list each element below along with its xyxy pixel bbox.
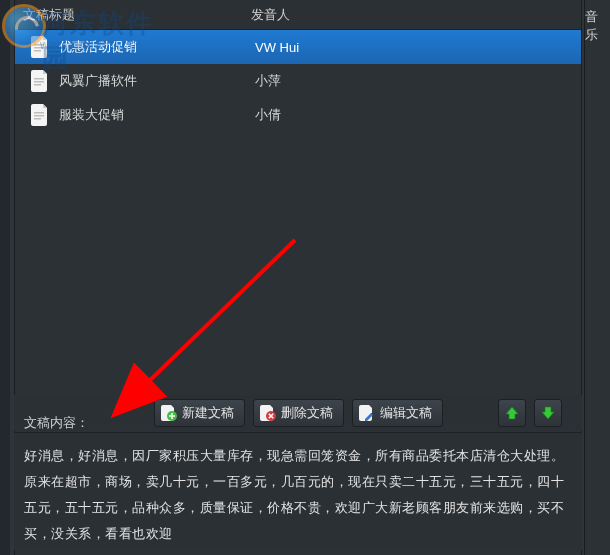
reorder-buttons <box>498 399 562 427</box>
table-row[interactable]: 服装大促销 小倩 <box>15 98 581 132</box>
column-header-title: 文稿标题 <box>23 6 251 24</box>
delete-document-icon <box>260 405 276 421</box>
button-group: 新建文稿 删除文稿 编辑文稿 <box>154 399 443 427</box>
svg-rect-3 <box>34 78 44 80</box>
svg-rect-7 <box>34 115 44 117</box>
content-label: 文稿内容： <box>24 414 89 432</box>
svg-rect-2 <box>34 50 41 52</box>
column-header-speaker: 发音人 <box>251 6 581 24</box>
row-title: 优惠活动促销 <box>59 38 255 56</box>
edit-document-button[interactable]: 编辑文稿 <box>352 399 443 427</box>
row-speaker: 小倩 <box>255 106 581 124</box>
svg-rect-0 <box>34 44 44 46</box>
row-speaker: 小萍 <box>255 72 581 90</box>
svg-rect-1 <box>34 47 44 49</box>
arrow-down-icon <box>540 405 556 421</box>
button-label: 删除文稿 <box>281 404 333 422</box>
app-frame: 文稿标题 发音人 优惠活动促销 VW Hui 风翼广播软件 小萍 <box>0 0 610 555</box>
table-row[interactable]: 优惠活动促销 VW Hui <box>15 30 581 64</box>
toolbar: 文稿内容： 新建文稿 删除文稿 编辑文稿 <box>14 395 582 431</box>
row-title: 服装大促销 <box>59 106 255 124</box>
button-label: 新建文稿 <box>182 404 234 422</box>
right-panel-strip: 音乐 <box>584 0 610 555</box>
table-header: 文稿标题 发音人 <box>15 0 581 30</box>
edit-document-icon <box>359 405 375 421</box>
new-document-icon <box>161 405 177 421</box>
row-title: 风翼广播软件 <box>59 72 255 90</box>
document-icon <box>31 70 49 92</box>
right-panel-label: 音乐 <box>585 8 608 44</box>
move-up-button[interactable] <box>498 399 526 427</box>
left-gutter <box>0 0 10 555</box>
move-down-button[interactable] <box>534 399 562 427</box>
arrow-up-icon <box>504 405 520 421</box>
button-label: 编辑文稿 <box>380 404 432 422</box>
svg-rect-8 <box>34 118 41 120</box>
new-document-button[interactable]: 新建文稿 <box>154 399 245 427</box>
svg-rect-4 <box>34 81 44 83</box>
document-icon <box>31 36 49 58</box>
svg-rect-6 <box>34 112 44 114</box>
svg-rect-5 <box>34 84 41 86</box>
delete-document-button[interactable]: 删除文稿 <box>253 399 344 427</box>
document-icon <box>31 104 49 126</box>
content-text[interactable]: 好消息，好消息，因厂家积压大量库存，现急需回笼资金，所有商品委托本店清仓大处理。… <box>14 432 582 550</box>
table-row[interactable]: 风翼广播软件 小萍 <box>15 64 581 98</box>
row-speaker: VW Hui <box>255 40 581 55</box>
table-body: 优惠活动促销 VW Hui 风翼广播软件 小萍 服装大促销 小倩 <box>15 30 581 132</box>
